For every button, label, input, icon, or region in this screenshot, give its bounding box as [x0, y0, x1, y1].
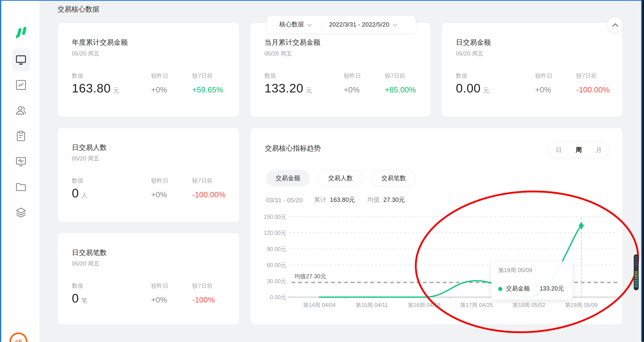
stat-value: 133.20元	[264, 81, 312, 95]
vs-yesterday-value: +0%	[535, 85, 551, 94]
card-date: 05/20 周五	[72, 50, 99, 57]
card-title: 日交易人数	[72, 143, 107, 152]
value-label: 数值	[72, 72, 83, 79]
vs-7d-label: 较7日前	[192, 282, 213, 290]
sidebar-item-monitoring[interactable]	[15, 155, 27, 168]
tooltip-title: 第19周 05/09	[498, 267, 532, 274]
vs-yesterday-value: +0%	[344, 85, 360, 94]
svg-text:30.00元: 30.00元	[267, 278, 286, 284]
card-date: 05/20 周五	[264, 50, 292, 57]
vs-7d-value: +59.65%	[192, 85, 224, 94]
value-label: 数值	[456, 72, 468, 79]
vs-7d-value: +85.00%	[385, 85, 416, 94]
users-icon	[15, 105, 27, 116]
tooltip-series-name: 交易金额	[506, 285, 530, 293]
stat-value: 0人	[72, 186, 88, 200]
stat-unit: 元	[306, 86, 312, 94]
layers-icon	[15, 207, 27, 217]
stat-value: 0.00元	[456, 81, 490, 95]
vs-7d-label: 较7日前	[385, 72, 405, 79]
sidebar-item-modules[interactable]	[15, 206, 27, 218]
trend-chart-icon	[16, 80, 26, 90]
filter-bar: 核心数据 2022/3/31 - 2022/5/20	[267, 15, 416, 33]
svg-text:60.00元: 60.00元	[267, 262, 286, 268]
vs-yesterday-label: 较昨日	[344, 72, 361, 79]
sidebar-item-customers[interactable]	[15, 104, 27, 116]
sidebar: 66	[1, 1, 39, 342]
chevron-down-icon	[307, 21, 312, 28]
metric-select-value: 核心数据	[280, 20, 304, 28]
stat-value: 163.80元	[72, 81, 120, 95]
svg-text:第17周 04/25: 第17周 04/25	[460, 302, 493, 308]
brand-logo-icon	[16, 26, 28, 40]
page-title: 交易核心数据	[58, 4, 99, 14]
vs-7d-label: 较7日前	[576, 72, 597, 79]
chevron-down-icon	[392, 21, 398, 28]
svg-text:第15周 04/11: 第15周 04/11	[356, 302, 388, 308]
tooltip-series-value: 133.20元	[540, 285, 564, 293]
card-title: 日交易金额	[456, 38, 491, 47]
meter-yellow-segment	[634, 272, 638, 278]
vs-7d-label: 较7日前	[192, 72, 213, 79]
vs-yesterday-label: 较昨日	[151, 177, 168, 185]
tooltip-row: 交易金额 133.20元	[498, 285, 564, 293]
folder-icon	[15, 182, 27, 192]
chart-tooltip: 第19周 05/09 交易金额 133.20元	[491, 262, 572, 300]
value-label: 数值	[264, 72, 276, 79]
stat-unit: 笔	[82, 297, 88, 304]
svg-text:第19周 05/09: 第19周 05/09	[565, 302, 598, 308]
meter-teal-segment	[634, 278, 638, 288]
vs-yesterday-value: +0%	[151, 296, 167, 304]
vs-yesterday-label: 较昨日	[151, 282, 168, 290]
stat-card-annual-amount: 年度累计交易金额 05/20 周五 数值 较昨日 较7日前 163.80元 +0…	[58, 23, 239, 117]
vs-7d-value: -100.00%	[192, 191, 226, 199]
stat-card-daily-orders: 日交易笔数 05/20 周五 数值 较昨日 较7日前 0笔 +0% -100%	[58, 233, 239, 324]
footer-badge: 66	[10, 332, 29, 342]
level-meter-overlay	[634, 255, 638, 290]
meter-gray-segment	[634, 256, 638, 272]
stat-card-daily-amount: 日交易金额 05/20 周五 数值 较昨日 较7日前 0.00元 +0% -10…	[442, 23, 622, 117]
svg-text:第14周 04/04: 第14周 04/04	[303, 302, 336, 308]
svg-text:90.00元: 90.00元	[267, 246, 286, 252]
clipboard-icon	[16, 131, 26, 142]
series-dot-icon	[498, 287, 502, 291]
divider	[321, 20, 322, 28]
vs-7d-value: -100%	[192, 296, 215, 304]
card-title: 当月累计交易金额	[264, 38, 320, 47]
vs-yesterday-value: +0%	[151, 85, 167, 94]
sidebar-item-files[interactable]	[15, 181, 27, 193]
stat-value: 0笔	[72, 292, 88, 305]
card-title: 年度累计交易金额	[72, 38, 128, 47]
date-range-value: 2022/3/31 - 2022/5/20	[329, 21, 389, 28]
sidebar-item-dashboard[interactable]	[15, 54, 27, 66]
date-range-dropdown[interactable]: 2022/3/31 - 2022/5/20	[329, 21, 398, 28]
window-border-right	[641, 0, 644, 342]
card-date: 05/20 周五	[72, 260, 99, 268]
vs-yesterday-label: 较昨日	[535, 72, 552, 79]
window-border-top	[0, 0, 644, 1]
monitor-icon	[15, 54, 27, 66]
vs-yesterday-value: +0%	[151, 191, 167, 199]
stat-unit: 元	[113, 86, 120, 94]
sidebar-item-orders[interactable]	[15, 130, 27, 142]
svg-text:150.00元: 150.00元	[264, 214, 286, 220]
stat-card-month-amount: 当月累计交易金额 05/20 周五 数值 较昨日 较7日前 133.20元 +0…	[250, 23, 430, 117]
value-label: 数值	[72, 177, 83, 185]
activity-monitor-icon	[15, 156, 27, 167]
stat-unit: 人	[82, 192, 88, 199]
metric-select-dropdown[interactable]: 核心数据	[267, 20, 312, 28]
badge-66-logo: 66	[10, 332, 29, 342]
collapse-button[interactable]	[608, 17, 623, 32]
card-title: 日交易笔数	[72, 248, 107, 257]
average-line-label: 均值27.30元	[294, 273, 326, 280]
card-date: 05/20 周五	[72, 155, 99, 163]
svg-text:0.00元: 0.00元	[270, 294, 286, 300]
dashboard-window: 66 交易核心数据 年度累计交易金额 05/20 周五 数值 较昨日 较7日前 …	[0, 0, 644, 342]
svg-text:120.00元: 120.00元	[264, 230, 286, 236]
main-content: 交易核心数据 年度累计交易金额 05/20 周五 数值 较昨日 较7日前 163…	[40, 1, 641, 342]
sidebar-item-analytics[interactable]	[15, 79, 27, 91]
stat-unit: 元	[483, 86, 490, 94]
vs-7d-label: 较7日前	[192, 177, 213, 185]
svg-text:第16周 04/18: 第16周 04/18	[408, 302, 441, 308]
trend-chart-panel: 交易核心指标趋势 日 周 月 交易金额 交易人数 交易笔数 03/31 - 05…	[250, 128, 622, 324]
